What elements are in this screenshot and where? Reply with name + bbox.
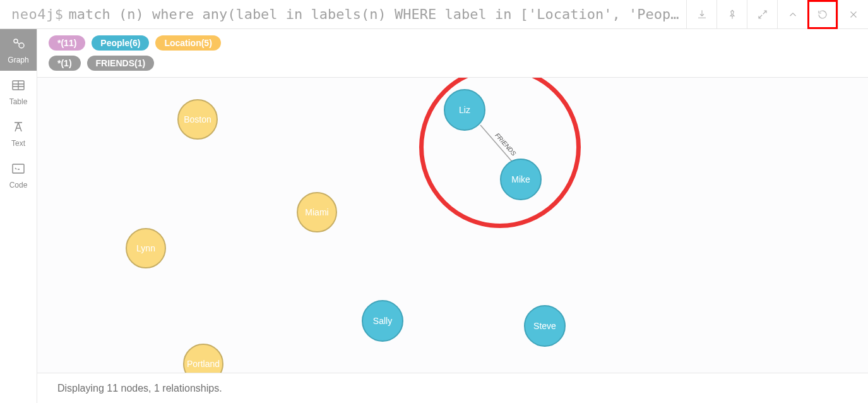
view-tab-label: Code [9, 181, 28, 189]
view-tab-code[interactable]: Code [0, 154, 37, 196]
view-tab-label: Text [11, 139, 25, 148]
graph-canvas[interactable]: FRIENDS Boston Miami Lynn Portland Liz M… [37, 78, 868, 373]
pill-people[interactable]: People(6) [92, 35, 149, 51]
node-label-row: *(11) People(6) Location(5) [49, 35, 857, 51]
graph-node-sally[interactable]: Sally [362, 300, 403, 342]
pill-all-rels[interactable]: *(1) [49, 56, 81, 71]
expand-button[interactable] [747, 0, 777, 29]
legend-area: *(11) People(6) Location(5) *(1) FRIENDS… [37, 29, 868, 78]
rel-label-row: *(1) FRIENDS(1) [49, 56, 857, 71]
prompt: neo4j$ [11, 6, 63, 22]
view-tab-label: Table [9, 97, 28, 106]
query-text[interactable]: match (n) where any(label in labels(n) W… [68, 6, 686, 22]
relationship-label: FRIENDS [494, 132, 518, 157]
view-tab-graph[interactable]: Graph [0, 29, 37, 71]
code-icon [11, 161, 26, 178]
graph-icon [11, 36, 26, 53]
annotation-circle [419, 78, 581, 228]
table-icon [11, 78, 26, 95]
pill-all-nodes[interactable]: *(11) [49, 35, 85, 51]
view-sidebar: Graph Table Text Code [0, 29, 37, 403]
pin-button[interactable] [716, 0, 747, 29]
collapse-up-button[interactable] [777, 0, 807, 29]
download-button[interactable] [686, 0, 716, 29]
graph-node-portland[interactable]: Portland [183, 344, 223, 373]
view-tab-table[interactable]: Table [0, 71, 37, 112]
status-text: Displaying 11 nodes, 1 relationships. [57, 383, 222, 394]
graph-node-mike[interactable]: Mike [500, 159, 542, 200]
view-tab-text[interactable]: Text [0, 112, 37, 154]
graph-node-steve[interactable]: Steve [524, 305, 566, 347]
query-bar: neo4j$ match (n) where any(label in labe… [0, 0, 868, 29]
top-actions [686, 0, 868, 28]
svg-rect-3 [13, 164, 24, 173]
pill-location[interactable]: Location(5) [155, 35, 220, 51]
graph-node-lynn[interactable]: Lynn [126, 228, 166, 268]
graph-node-liz[interactable]: Liz [444, 89, 485, 131]
graph-node-miami[interactable]: Miami [297, 192, 337, 232]
close-button[interactable] [838, 0, 868, 29]
pill-friends[interactable]: FRIENDS(1) [87, 56, 155, 71]
svg-point-1 [19, 43, 24, 48]
rerun-button[interactable] [807, 0, 838, 29]
status-bar: Displaying 11 nodes, 1 relationships. [37, 373, 868, 403]
view-tab-label: Graph [8, 56, 28, 64]
graph-node-boston[interactable]: Boston [177, 99, 218, 140]
text-icon [11, 119, 26, 136]
